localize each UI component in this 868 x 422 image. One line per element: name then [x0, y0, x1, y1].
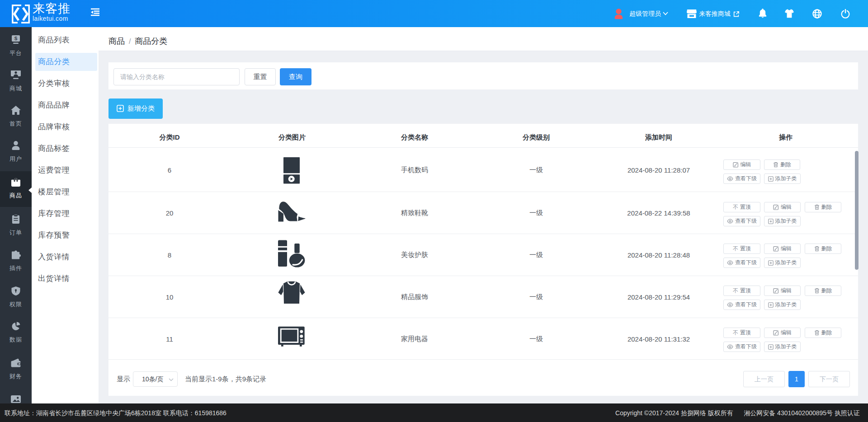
svg-text:S: S — [14, 36, 18, 41]
